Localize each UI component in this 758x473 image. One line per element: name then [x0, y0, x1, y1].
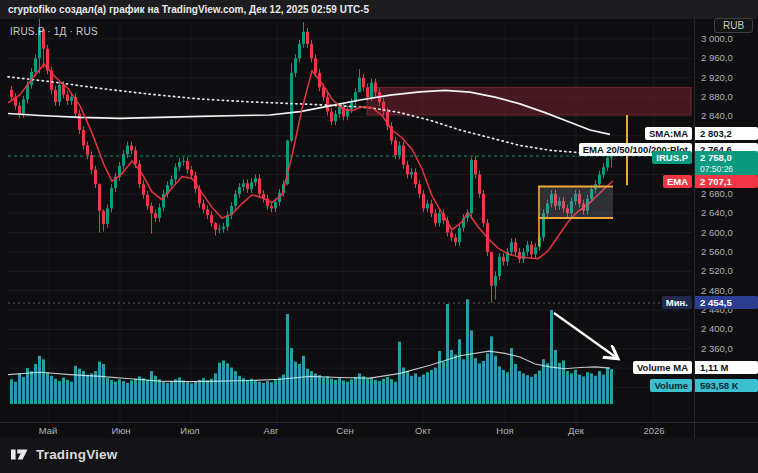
price-tick: 2 840,0 [701, 110, 733, 121]
symbol-legend[interactable]: IRUS.P · 1Д · RUS [10, 26, 98, 37]
symbol-label: IRUS.P [652, 151, 692, 164]
price-tick: 2 360,0 [701, 343, 733, 354]
price-tick: 2 680,0 [701, 188, 733, 199]
attribution-bar: cryptofiko создал(а) график на TradingVi… [0, 0, 758, 19]
currency-button[interactable]: RUB [714, 18, 753, 33]
chart-canvas[interactable] [0, 0, 758, 473]
time-tick: Май [39, 425, 58, 436]
price-tick: 2 640,0 [701, 207, 733, 218]
ema-value: 2 707,1 [695, 175, 758, 188]
time-axis-separator [0, 422, 758, 423]
min-value: 2 454,5 [695, 296, 758, 309]
tradingview-logo-text: TradingView [36, 447, 117, 462]
ema-label: EMA [663, 175, 692, 188]
time-tick: Окт [415, 425, 431, 436]
price-tick: 2 480,0 [701, 285, 733, 296]
price-tick: 2 960,0 [701, 52, 733, 63]
tradingview-logo-icon [10, 445, 29, 464]
volume-label: Volume [650, 379, 692, 392]
time-tick: Июл [180, 425, 199, 436]
volume-ma-value: 1,11 M [695, 361, 758, 374]
price-tick: 2 880,0 [701, 91, 733, 102]
sma-value: 2 803,2 [695, 127, 758, 140]
min-label: Мин. [662, 296, 692, 309]
volume-ma-label: Volume MA [633, 361, 692, 374]
tradingview-logo[interactable]: TradingView [10, 445, 117, 464]
price-tick: 2 520,0 [701, 265, 733, 276]
time-tick: Сен [336, 425, 353, 436]
time-tick: Июн [111, 425, 130, 436]
time-tick: Авг [264, 425, 279, 436]
time-tick: Дек [568, 425, 584, 436]
price-tick: 2 600,0 [701, 227, 733, 238]
price-tick: 2 400,0 [701, 323, 733, 334]
time-tick: Ноя [496, 425, 513, 436]
volume-value: 593,58 K [695, 379, 758, 392]
price-tick: 2 560,0 [701, 246, 733, 257]
price-tick: 3 000,0 [701, 33, 733, 44]
symbol-price-value: 2 758,007:50:26 [695, 151, 758, 176]
price-axis-separator [694, 19, 695, 438]
price-tick: 2 920,0 [701, 72, 733, 83]
time-tick: 2026 [643, 425, 664, 436]
sma-label: SMA:MA [645, 127, 692, 140]
